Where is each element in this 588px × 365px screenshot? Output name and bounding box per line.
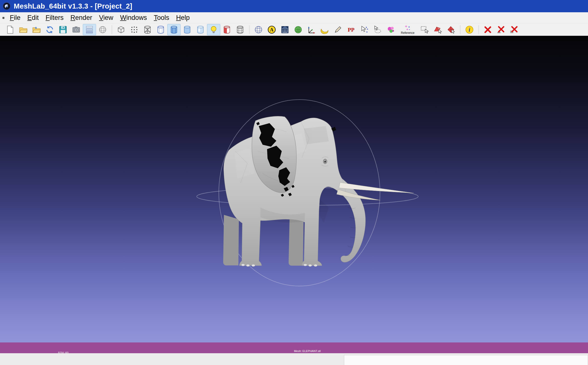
- reference-points-icon: [404, 25, 411, 31]
- elephant-mesh: [223, 116, 414, 267]
- color-tool-button[interactable]: [384, 24, 397, 35]
- toolbar-separator: [478, 25, 479, 34]
- layers-icon: [85, 25, 94, 34]
- layers-button[interactable]: [83, 24, 96, 35]
- menu-help[interactable]: Help: [173, 13, 193, 22]
- flat-lines-cylinder-icon: [169, 25, 179, 34]
- 3d-viewport[interactable]: [0, 36, 588, 342]
- wire-sphere-button[interactable]: [252, 24, 265, 35]
- bottom-scroll-area: [344, 355, 588, 365]
- menu-view[interactable]: View: [96, 13, 117, 22]
- meshlab-logo-icon: [2, 2, 11, 10]
- menu-render[interactable]: Render: [67, 13, 96, 22]
- menu-edit[interactable]: Edit: [24, 13, 42, 22]
- reference-label: Reference: [401, 31, 414, 35]
- cursor-points-icon: [360, 25, 369, 34]
- red-x-layer-icon: [510, 25, 519, 34]
- points-icon: [130, 25, 139, 34]
- open-folder-icon: [19, 25, 28, 34]
- pp-letters: PP: [348, 27, 355, 33]
- select-rectangle-icon: [420, 25, 429, 34]
- ambient-letter: A: [270, 27, 274, 32]
- menubar-handle: [2, 17, 4, 19]
- viewport-status-bar: FOV: 60 FPS: 35.5 Mesh: ELEPHANT.stl Ver…: [0, 342, 588, 353]
- smooth-cylinder-icon: [196, 25, 205, 34]
- red-x-mesh-icon: [496, 25, 506, 34]
- menu-windows[interactable]: Windows: [117, 13, 150, 22]
- pp-letters-icon: PP: [346, 25, 356, 34]
- light-bulb-icon: [209, 25, 218, 34]
- texture-cylinder-icon: [235, 25, 245, 34]
- reload-icon: [45, 25, 54, 34]
- new-file-icon: [5, 25, 15, 34]
- menu-tools[interactable]: Tools: [150, 13, 173, 22]
- delete-2-button[interactable]: [494, 24, 508, 35]
- point-picking-button[interactable]: PP: [344, 24, 358, 35]
- axes-icon: [307, 25, 316, 34]
- globe-button[interactable]: [96, 24, 109, 35]
- backface-cylinder-icon: [222, 25, 232, 34]
- gl-scene: [0, 36, 588, 342]
- flatlines-render-button[interactable]: [167, 24, 181, 35]
- floppy-save-icon: [58, 25, 68, 34]
- import-mesh-button[interactable]: [30, 24, 43, 35]
- info-button[interactable]: i: [463, 24, 476, 35]
- bbox-render-button[interactable]: [114, 24, 128, 35]
- pen-icon: [333, 25, 343, 34]
- texture-toggle-button[interactable]: [233, 24, 247, 35]
- wire-sphere-icon: [254, 25, 263, 34]
- hidden-lines-cylinder-icon: [156, 25, 165, 34]
- save-button[interactable]: [56, 24, 70, 35]
- face-select-button[interactable]: [431, 24, 444, 35]
- smooth-render-button[interactable]: [194, 24, 207, 35]
- camera-icon: [72, 25, 81, 34]
- info-letter: i: [469, 27, 470, 33]
- toolbar-separator: [112, 25, 112, 34]
- point-selection-button[interactable]: [358, 24, 371, 35]
- window-bottom-bar: [0, 353, 588, 365]
- ambient-occlusion-button[interactable]: A: [265, 24, 278, 35]
- wireframe-render-button[interactable]: [141, 24, 154, 35]
- flat-cylinder-icon: [183, 25, 192, 34]
- light-toggle-button[interactable]: [207, 24, 220, 35]
- snapshot-button[interactable]: [70, 24, 83, 35]
- toolbar-separator: [249, 25, 249, 34]
- new-project-button[interactable]: [3, 24, 17, 35]
- edit-pen-button[interactable]: [331, 24, 344, 35]
- hiddenlines-render-button[interactable]: [154, 24, 167, 35]
- menu-filters[interactable]: Filters: [42, 13, 67, 22]
- building-icon: [280, 25, 290, 34]
- import-folder-icon: [32, 25, 41, 34]
- mesh-name: Mesh: ELEPHANT.stl: [294, 350, 321, 353]
- banana-curve-button[interactable]: [318, 24, 331, 35]
- toolbar-separator: [460, 25, 460, 34]
- points-render-button[interactable]: [128, 24, 141, 35]
- window-title: MeshLab_64bit v1.3.3 - [Project_2]: [14, 2, 132, 10]
- globe-icon: [98, 25, 107, 34]
- delete-1-button[interactable]: [481, 24, 494, 35]
- reference-button[interactable]: Reference: [397, 24, 418, 35]
- reload-mesh-button[interactable]: [43, 24, 56, 35]
- axes-toggle-button[interactable]: [305, 24, 318, 35]
- green-sphere-button[interactable]: [292, 24, 305, 35]
- green-mesh-sphere-icon: [294, 25, 303, 34]
- bounding-box-icon: [116, 25, 126, 34]
- backface-render-button[interactable]: [220, 24, 233, 35]
- cursor-ellipse-icon: [373, 25, 382, 34]
- main-toolbar: A: [0, 24, 588, 36]
- wireframe-cylinder-icon: [143, 25, 152, 34]
- menu-file[interactable]: File: [6, 13, 24, 22]
- select-faces-alt-icon: [446, 25, 456, 34]
- delete-3-button[interactable]: [508, 24, 521, 35]
- area-selection-button[interactable]: [371, 24, 384, 35]
- flat-render-button[interactable]: [181, 24, 194, 35]
- open-project-button[interactable]: [17, 24, 30, 35]
- info-icon: i: [465, 25, 474, 34]
- color-blobs-icon: [386, 25, 395, 34]
- meshlab-window: MeshLab_64bit v1.3.3 - [Project_2] File …: [0, 0, 588, 365]
- rect-select-button[interactable]: [418, 24, 431, 35]
- select-faces-icon: [433, 25, 442, 34]
- building-button[interactable]: [278, 24, 292, 35]
- face-select-alt-button[interactable]: [444, 24, 458, 35]
- letter-a-icon: A: [267, 25, 276, 34]
